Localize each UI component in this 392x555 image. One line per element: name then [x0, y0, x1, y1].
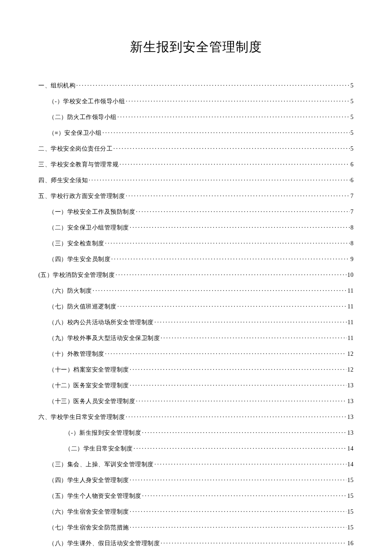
toc-entry-label: （三）安全检查制度: [49, 240, 104, 247]
toc-entry: 一、组织机构5: [38, 81, 354, 90]
toc-entry: （-）学校安全工作领导小组5: [49, 97, 354, 105]
toc-entry-label: （十）外教管理制度: [49, 350, 104, 358]
toc-entry-page: 13: [347, 430, 354, 436]
toc-entry-page: 10: [347, 272, 354, 279]
toc-leader: [136, 397, 346, 403]
toc-entry-page: 5: [351, 98, 354, 105]
toc-leader: [142, 429, 346, 435]
toc-entry-page: 11: [348, 335, 354, 342]
toc-leader: [130, 508, 347, 514]
toc-entry-page: 12: [347, 351, 354, 357]
toc-leader: [161, 539, 346, 545]
toc-entry-label: （十二）医务室安全管理制度: [49, 382, 129, 389]
toc-entry-label: （八）校内公共活动场所安全管理制度: [49, 319, 154, 326]
toc-entry-page: 15: [347, 477, 354, 484]
toc-entry-page: 5: [351, 82, 354, 89]
toc-entry-page: 9: [351, 256, 354, 263]
toc-entry-page: 15: [347, 509, 354, 515]
toc-leader: [142, 492, 347, 498]
toc-entry-page: 13: [347, 414, 354, 421]
toc-entry-label: 五、学校行政方面安全管理制度: [38, 192, 125, 200]
toc-entry: （一）学校安全工作及预防制度7: [49, 208, 354, 216]
toc-entry: （十）外教管理制度12: [49, 350, 354, 358]
toc-entry: （五）学生个人物资安全管理制度15: [49, 492, 354, 500]
toc-leader: [105, 239, 350, 245]
toc-leader: [126, 413, 346, 419]
toc-entry-label: 三、学校安全教育与管理常规: [38, 161, 119, 169]
toc-leader: [136, 208, 350, 214]
toc-entry: 二、学校安全岗位责任分工5: [38, 145, 354, 153]
toc-entry: （八）校内公共活动场所安全管理制度11: [49, 318, 354, 326]
toc-entry: 五、学校行政方面安全管理制度7: [38, 192, 354, 200]
toc-entry-label: （七）学生宿舍安全防范措施: [49, 524, 129, 532]
page-title: 新生报到安全管理制度: [38, 38, 354, 56]
toc-leader: [126, 97, 349, 103]
toc-entry-page: 15: [347, 493, 354, 500]
toc-leader: [118, 113, 350, 119]
toc-entry-label: （六）学生宿舍安全管理制度: [49, 508, 129, 516]
toc-entry-page: 14: [347, 461, 354, 468]
toc-entry-label: （≡）安全保卫小组: [49, 129, 101, 137]
toc-entry: 六、学校学生日常安全管理制度13: [38, 413, 354, 421]
toc-leader: [89, 176, 350, 182]
toc-entry: （二）学生日常安全制度14: [65, 445, 354, 453]
toc-entry-label: （一）学校安全工作及预防制度: [49, 208, 135, 216]
toc-entry-label: 四、师生安全须知: [38, 177, 88, 184]
toc-entry: （十三）医务人员安全管理制度13: [49, 397, 354, 405]
toc-entry: (五）学校消防安全管理制度10: [38, 271, 354, 279]
toc-entry-label: （二）防火工作领导小组: [49, 113, 117, 121]
toc-entry-label: （五）学生个人物资安全管理制度: [49, 492, 141, 500]
toc-entry-page: 8: [351, 224, 354, 231]
toc-entry-page: 7: [351, 193, 354, 200]
toc-entry-page: 8: [351, 240, 354, 247]
toc-entry-label: （七）防火值班巡逻制度: [49, 303, 117, 311]
toc-leader: [130, 381, 347, 387]
toc-entry: （三）集会、上操、军训安全管理制度14: [49, 460, 354, 468]
toc-entry-label: （六）防火制度: [49, 287, 92, 295]
toc-entry: （七）防火值班巡逻制度11: [49, 302, 354, 311]
toc-entry-label: 一、组织机构: [38, 82, 75, 90]
toc-leader: [130, 523, 347, 529]
toc-leader: [161, 334, 347, 340]
toc-entry-page: 16: [347, 540, 354, 547]
toc-entry: （四）学生安全员制度9: [49, 255, 354, 263]
toc-entry-page: 15: [347, 524, 354, 531]
toc-entry-page: 13: [347, 382, 354, 389]
toc-entry: （八）学生课外、假日活动安全管理制度16: [49, 539, 354, 547]
toc-entry-page: 11: [348, 303, 354, 310]
toc-entry-label: （三）集会、上操、军训安全管理制度: [49, 461, 154, 468]
toc-leader: [155, 460, 347, 466]
toc-leader: [93, 287, 347, 293]
toc-entry: （十一）档案室安全管理制度12: [49, 366, 354, 374]
toc-entry: （六）防火制度11: [49, 287, 354, 295]
toc-entry-label: 六、学校学生日常安全管理制度: [38, 413, 125, 421]
toc-leader: [76, 81, 350, 87]
toc-leader: [126, 192, 350, 198]
toc-leader: [130, 476, 347, 482]
table-of-contents: 一、组织机构5（-）学校安全工作领导小组5（二）防火工作领导小组5（≡）安全保卫…: [38, 81, 354, 555]
toc-entry-page: 5: [351, 130, 354, 137]
toc-entry: （≡）安全保卫小组5: [49, 129, 354, 137]
toc-entry-label: （-）新生报到安全管理制度: [65, 429, 141, 437]
toc-entry: （七）学生宿舍安全防范措施15: [49, 523, 354, 532]
toc-entry: （九）学校外事及大型活动安全保卫制度11: [49, 334, 354, 342]
toc-entry: （十二）医务室安全管理制度13: [49, 381, 354, 389]
toc-entry-label: （四）学生安全员制度: [49, 256, 110, 263]
toc-entry-page: 12: [347, 366, 354, 373]
toc-leader: [113, 145, 350, 151]
toc-leader: [120, 160, 350, 166]
toc-entry: （-）新生报到安全管理制度13: [65, 429, 354, 437]
toc-leader: [105, 350, 347, 356]
toc-leader: [130, 366, 347, 372]
toc-leader: [134, 445, 347, 450]
page: 新生报到安全管理制度 一、组织机构5（-）学校安全工作领导小组5（二）防火工作领…: [0, 0, 392, 555]
toc-entry-page: 13: [347, 398, 354, 405]
toc-entry-page: 11: [348, 288, 354, 294]
toc-leader: [111, 255, 350, 261]
toc-entry-page: 7: [351, 209, 354, 215]
toc-entry-label: （九）学校外事及大型活动安全保卫制度: [49, 334, 160, 342]
toc-entry: （二）防火工作领导小组5: [49, 113, 354, 121]
toc-entry-label: 二、学校安全岗位责任分工: [38, 145, 112, 153]
toc-entry-page: 11: [348, 319, 354, 326]
toc-leader: [115, 271, 346, 277]
